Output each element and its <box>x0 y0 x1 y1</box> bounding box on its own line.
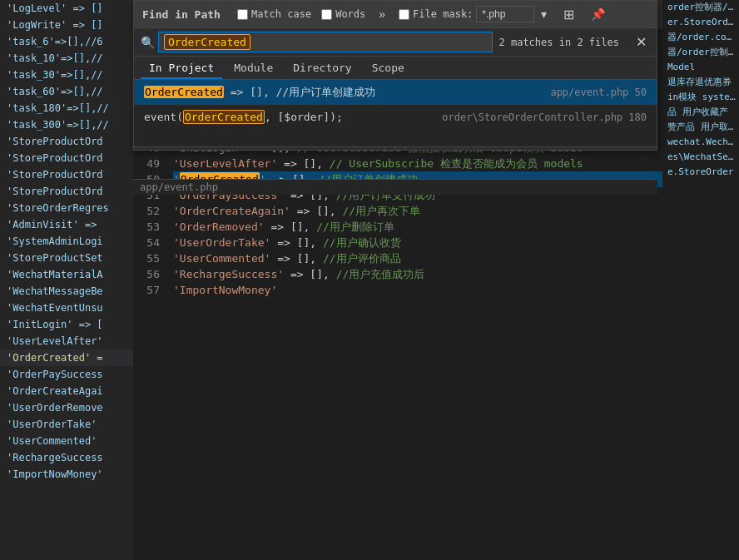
right-sidebar-item: wechat.Wechat <box>664 135 739 150</box>
sidebar-item[interactable]: 'UserOrderTake' <box>0 416 133 433</box>
left-sidebar: 'LogLevel' => []'LogWrite' => []'task_6'… <box>0 0 133 560</box>
match-case-checkbox[interactable] <box>237 9 248 20</box>
find-tabs-row: In ProjectModuleDirectoryScope <box>134 57 657 80</box>
find-result-row[interactable]: event(OrderCreated, [$order]);order\Stor… <box>134 105 657 130</box>
sidebar-item[interactable]: 'LogLevel' => [] <box>0 0 133 17</box>
line-number: 57 <box>133 282 160 298</box>
sidebar-item[interactable]: 'OrderCreated' = <box>0 349 133 366</box>
right-sidebar-item: er.StoreOrder <box>664 15 739 30</box>
file-path-bar: app/event.php <box>133 179 657 195</box>
find-tab-scope[interactable]: Scope <box>364 58 413 79</box>
pin-button[interactable]: 📌 <box>588 7 608 21</box>
sidebar-item[interactable]: 'task_180'=>[],// <box>0 100 133 116</box>
find-panel-header: Find in Path Match case Words » File mas… <box>134 1 657 28</box>
right-sidebar-item: Model <box>664 60 739 75</box>
find-panel: Find in Path Match case Words » File mas… <box>133 0 657 151</box>
find-result-text: OrderCreated => [], //用户订单创建成功 <box>144 83 550 102</box>
right-sidebar-item: 退库存退优惠券 <box>664 75 739 90</box>
right-sidebar-item: 器/order.combi <box>664 30 739 45</box>
find-panel-title: Find in Path <box>142 8 221 21</box>
sidebar-item[interactable]: 'StoreProductOrd <box>0 183 133 200</box>
line-number: 54 <box>133 235 160 250</box>
sidebar-item[interactable]: 'task_10'=>[],// <box>0 50 133 67</box>
right-sidebar-item: 品 用户收藏产 <box>664 105 739 120</box>
sidebar-item[interactable]: 'StoreProductOrd <box>0 150 133 166</box>
sidebar-item[interactable]: 'StoreProductOrd <box>0 133 133 150</box>
match-case-label: Match case <box>251 8 311 20</box>
close-find-panel-button[interactable]: ✕ <box>632 34 650 50</box>
find-result-row[interactable]: OrderCreated => [], //用户订单创建成功app/event.… <box>134 80 657 105</box>
file-mask-checkbox[interactable] <box>399 9 409 20</box>
sidebar-item[interactable]: 'StoreOrderRegres <box>0 200 133 216</box>
sidebar-item[interactable]: 'LogWrite' => [] <box>0 17 133 33</box>
search-icon: 🔍 <box>141 36 155 49</box>
line-number: 52 <box>133 203 160 219</box>
find-result-file: app/event.php 50 <box>550 83 647 102</box>
search-highlight-chip: OrderCreated <box>164 34 250 50</box>
sidebar-item[interactable]: 'StoreProductSet <box>0 250 133 266</box>
line-number: 49 <box>133 156 160 171</box>
find-tab-directory[interactable]: Directory <box>285 58 360 79</box>
sidebar-item[interactable]: 'UserLevelAfter' <box>0 333 133 349</box>
line-number: 55 <box>133 250 160 266</box>
right-sidebar-item: 赞产品 用户取消 <box>664 120 739 135</box>
sidebar-item[interactable]: 'UserCommented' <box>0 433 133 449</box>
match-case-group: Match case <box>237 8 311 20</box>
sidebar-item[interactable]: 'UserOrderRemove <box>0 399 133 416</box>
right-sidebar-item: order控制器/or <box>664 0 739 15</box>
find-results-area: OrderCreated => [], //用户订单创建成功app/event.… <box>134 80 657 146</box>
code-line: 'OrderRemoved' => [], //用户删除订单 <box>173 219 662 235</box>
file-mask-group: File mask: ▾ <box>399 6 550 22</box>
find-search-row: 🔍 OrderCreated 2 matches in 2 files ✕ <box>134 28 657 57</box>
code-line: 'OrderCreateAgain' => [], //用户再次下单 <box>173 203 662 219</box>
sidebar-item[interactable]: 'WechatMessageBe <box>0 283 133 300</box>
sidebar-item[interactable]: 'WechatEventUnsu <box>0 300 133 316</box>
results-count: 2 matches in 2 files <box>499 37 620 48</box>
words-label: Words <box>335 8 365 20</box>
filter-button[interactable]: ⊞ <box>560 7 578 22</box>
right-sidebar-item: e.StoreOrder <box>664 165 739 180</box>
file-mask-input[interactable] <box>476 6 534 22</box>
words-checkbox[interactable] <box>321 9 332 20</box>
sidebar-item[interactable]: 'StoreProductOrd <box>0 166 133 183</box>
sidebar-item[interactable]: 'WechatMaterialA <box>0 266 133 283</box>
line-number: 56 <box>133 266 160 282</box>
sidebar-item[interactable]: 'task_300'=>[],// <box>0 116 133 133</box>
sidebar-item[interactable]: 'SystemAdminLogi <box>0 233 133 250</box>
sidebar-item[interactable]: 'AdminVisit' => <box>0 216 133 233</box>
result-text-after: => [], //用户订单创建成功 <box>224 86 375 98</box>
code-line: 'UserOrderTake' => [], //用户确认收货 <box>173 235 662 250</box>
sidebar-item[interactable]: 'task_60'=>[],// <box>0 83 133 100</box>
result-match: OrderCreated <box>183 110 265 124</box>
right-sidebar-item: es\WechatServ <box>664 150 739 165</box>
sidebar-item[interactable]: 'OrderPaySuccess <box>0 366 133 383</box>
sidebar-item[interactable]: 'ImportNowMoney' <box>0 466 133 483</box>
editor-container: 'LogLevel' => []'LogWrite' => []'task_6'… <box>0 0 739 560</box>
result-match: OrderCreated <box>144 86 224 98</box>
result-text-before: event( <box>144 111 183 123</box>
right-sidebar-item: 器/order控制器 <box>664 45 739 60</box>
words-group: Words <box>321 8 365 20</box>
sidebar-item[interactable]: 'task_6'=>[],//6 <box>0 33 133 50</box>
sidebar-item[interactable]: 'InitLogin' => [ <box>0 316 133 333</box>
find-result-text: event(OrderCreated, [$order]); <box>144 108 442 126</box>
find-tab-module[interactable]: Module <box>226 58 281 79</box>
code-line: 'ImportNowMoney' <box>173 282 662 298</box>
result-text-after: , [$order]); <box>265 111 343 123</box>
find-panel-divider[interactable]: · · · <box>134 146 657 150</box>
line-number: 53 <box>133 219 160 235</box>
find-result-file: order\StoreOrderController.php 180 <box>442 108 647 126</box>
code-line: 'RechargeSuccess' => [], //用户充值成功后 <box>173 266 662 282</box>
file-mask-dropdown-button[interactable]: ▾ <box>538 7 550 21</box>
file-path-label: app/event.php <box>140 181 218 193</box>
more-options-button[interactable]: » <box>375 7 389 21</box>
sidebar-item[interactable]: 'OrderCreateAgai <box>0 383 133 399</box>
code-line: 'UserLevelAfter' => [], // UserSubscribe… <box>173 156 662 171</box>
right-sidebar-item: in模块 system. <box>664 90 739 105</box>
file-mask-label: File mask: <box>413 8 473 20</box>
code-line: 'UserCommented' => [], //用户评价商品 <box>173 250 662 266</box>
right-sidebar: order控制器/orer.StoreOrder器/order.combi器/o… <box>664 0 739 560</box>
find-tab-in-project[interactable]: In Project <box>141 58 222 79</box>
sidebar-item[interactable]: 'task_30'=>[],// <box>0 67 133 83</box>
sidebar-item[interactable]: 'RechargeSuccess <box>0 449 133 466</box>
